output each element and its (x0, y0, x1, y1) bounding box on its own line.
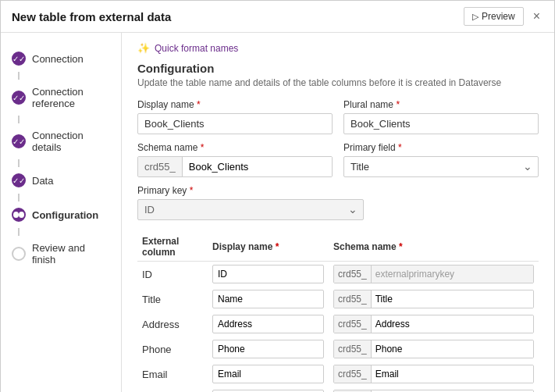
primary-field-select[interactable]: Title (343, 156, 539, 177)
schema-name-cell: crd55_ (329, 362, 539, 387)
schema-name-input-group: crd55_ (137, 156, 333, 177)
sidebar-item-connection-details[interactable]: ✓ Connection details (1, 123, 121, 159)
external-col-cell: Phone (137, 337, 208, 362)
table-row: Modifiedcrd55_ (137, 387, 539, 392)
step-indicator-connection-details: ✓ (12, 134, 26, 148)
primary-key-group: Primary key * (137, 185, 364, 220)
row-schema-primary: Schema name * crd55_ Primary field * (137, 142, 539, 177)
display-name-cell (208, 287, 329, 312)
table-row: Addresscrd55_ (137, 312, 539, 337)
schema-name-cell: crd55_ (329, 262, 539, 287)
schema-name-col-input[interactable] (372, 265, 533, 283)
dialog-header: New table from external data ▷ Preview × (1, 1, 554, 33)
plural-name-group: Plural name * (343, 99, 539, 134)
sidebar-item-connection[interactable]: ✓ Connection (1, 45, 121, 72)
dialog-title: New table from external data (12, 10, 171, 23)
display-name-col-input[interactable] (212, 315, 324, 333)
display-name-col-input[interactable] (212, 290, 324, 308)
table-row: Phonecrd55_ (137, 337, 539, 362)
schema-name-cell: crd55_ (329, 312, 539, 337)
section-subtitle: Update the table name and details of the… (137, 77, 539, 88)
external-col-cell: Title (137, 287, 208, 312)
section-title: Configuration (137, 62, 539, 75)
external-col-cell: ID (137, 262, 208, 287)
schema-name-group: Schema name * crd55_ (137, 142, 333, 177)
schema-prefix: crd55_ (334, 265, 372, 283)
step-indicator-connection-reference: ✓ (12, 91, 26, 105)
schema-name-cell: crd55_ (329, 387, 539, 392)
plural-name-required: * (396, 99, 400, 110)
schema-name-col-input[interactable] (372, 340, 533, 358)
display-name-cell (208, 362, 329, 387)
external-col-cell: Address (137, 312, 208, 337)
display-name-input[interactable] (137, 113, 333, 134)
display-name-label: Display name * (137, 99, 333, 110)
display-name-group: Display name * (137, 99, 333, 134)
row-names: Display name * Plural name * (137, 99, 539, 134)
schema-name-label: Schema name * (137, 142, 333, 153)
step-indicator-configuration (12, 208, 26, 222)
preview-icon: ▷ (472, 12, 479, 22)
sidebar-item-data[interactable]: ✓ Data (1, 167, 121, 194)
schema-name-col-input[interactable] (372, 365, 533, 383)
dialog-body: ✓ Connection ✓ Connection reference ✓ Co… (1, 33, 554, 392)
primary-key-input[interactable] (137, 199, 364, 220)
table-row: Titlecrd55_ (137, 287, 539, 312)
col-header-display: Display name * (208, 233, 329, 262)
schema-name-cell: crd55_ (329, 287, 539, 312)
external-col-cell: Modified (137, 387, 208, 392)
primary-key-input-wrapper (137, 199, 364, 220)
columns-table: External column Display name * Schema na… (137, 233, 539, 392)
schema-prefix: crd55_ (334, 340, 372, 358)
sidebar: ✓ Connection ✓ Connection reference ✓ Co… (1, 33, 122, 392)
step-indicator-connection: ✓ (12, 52, 26, 66)
step-indicator-review-finish (12, 247, 26, 261)
display-name-cell (208, 262, 329, 287)
schema-name-prefix: crd55_ (138, 157, 183, 176)
schema-prefix: crd55_ (334, 315, 372, 333)
display-name-cell (208, 337, 329, 362)
dialog: New table from external data ▷ Preview ×… (0, 0, 555, 392)
display-name-col-input[interactable] (212, 365, 324, 383)
sidebar-item-configuration[interactable]: Configuration (1, 201, 121, 228)
primary-key-label: Primary key * (137, 185, 364, 196)
plural-name-label: Plural name * (343, 99, 539, 110)
schema-name-col-input[interactable] (372, 315, 533, 333)
quick-format-bar[interactable]: ✨ Quick format names (137, 42, 539, 54)
schema-name-cell: crd55_ (329, 337, 539, 362)
table-row: IDcrd55_ (137, 262, 539, 287)
step-indicator-data: ✓ (12, 173, 26, 187)
main-content: ✨ Quick format names Configuration Updat… (122, 33, 554, 392)
display-name-cell (208, 312, 329, 337)
magic-wand-icon: ✨ (137, 42, 150, 54)
display-name-col-input[interactable] (212, 265, 324, 283)
schema-prefix: crd55_ (334, 290, 372, 308)
sidebar-item-connection-reference[interactable]: ✓ Connection reference (1, 80, 121, 116)
plural-name-input[interactable] (343, 113, 539, 134)
primary-field-label: Primary field * (343, 142, 539, 153)
display-name-cell (208, 387, 329, 392)
col-header-external: External column (137, 233, 208, 262)
col-header-schema: Schema name * (329, 233, 539, 262)
schema-prefix: crd55_ (334, 365, 372, 383)
header-actions: ▷ Preview × (464, 7, 543, 26)
preview-button[interactable]: ▷ Preview (464, 7, 524, 26)
schema-name-input[interactable] (183, 157, 332, 176)
close-button[interactable]: × (530, 9, 543, 23)
schema-name-col-input[interactable] (372, 290, 533, 308)
external-col-cell: Email (137, 362, 208, 387)
table-row: Emailcrd55_ (137, 362, 539, 387)
primary-field-group: Primary field * Title (343, 142, 539, 177)
display-name-col-input[interactable] (212, 340, 324, 358)
display-name-required: * (197, 99, 201, 110)
primary-field-select-wrapper: Title (343, 156, 539, 177)
row-primary-key: Primary key * (137, 185, 539, 220)
sidebar-item-review-finish[interactable]: Review and finish (1, 236, 121, 272)
